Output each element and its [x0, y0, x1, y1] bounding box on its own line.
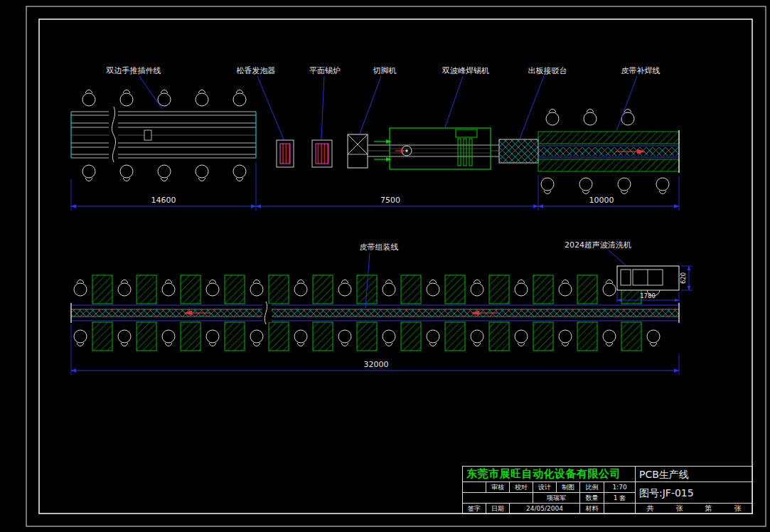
- workstation: [401, 322, 421, 351]
- operator-seat-icon: [294, 330, 307, 346]
- workstation: [489, 275, 509, 304]
- dim-insertion-length: 14600: [151, 196, 176, 205]
- label-flat-tin-furnace: 平面锡炉: [309, 66, 341, 75]
- sheet-count-row: 共 张 第 张: [635, 503, 753, 514]
- label-lead-cutter: 切脚机: [373, 66, 397, 75]
- drawing-canvas: 14600 7500 10000 双边手推插件线 松香发泡器 平面锡炉 切脚机 …: [0, 0, 770, 532]
- operator-seat-icon: [118, 280, 131, 297]
- belt-repair-line: [538, 110, 679, 194]
- operator-seat-icon: [82, 90, 95, 107]
- cell-material-label: 材料: [579, 503, 604, 514]
- sheet-total-label: 共: [647, 505, 654, 512]
- operator-seat-icon: [250, 280, 263, 297]
- workstation: [445, 275, 465, 304]
- label-outfeed-table: 出板接驳台: [528, 66, 567, 75]
- dim-total-length: 32000: [364, 360, 389, 369]
- drawing-number: 图号:JF-015: [635, 482, 753, 504]
- dim-cleaner-height: 620: [680, 272, 687, 284]
- workstation: [313, 322, 333, 351]
- workstation: [489, 322, 509, 351]
- company-name: 东莞市展旺自动化设备有限公司: [462, 466, 636, 482]
- workstation: [621, 322, 641, 351]
- operator-seat-icon: [427, 330, 439, 346]
- workstation: [181, 275, 200, 304]
- product-name: PCB生产线: [635, 466, 753, 482]
- operator-seat-icon: [233, 90, 246, 107]
- operator-seat-icon: [546, 110, 559, 126]
- label-rosin-foamer: 松香发泡器: [237, 66, 276, 75]
- operator-seat-icon: [118, 330, 131, 346]
- insertion-line-operators: [82, 90, 246, 181]
- label-dual-wave-solder: 双波峰焊锡机: [442, 66, 489, 75]
- cell-draft: 制图: [556, 482, 580, 493]
- cell-proofread: 校对: [509, 482, 533, 493]
- workstation: [533, 275, 553, 304]
- label-belt-repair-line: 皮带补焊线: [621, 66, 661, 75]
- workstation: [269, 275, 289, 304]
- sheet-total-unit: 张: [676, 505, 683, 512]
- operator-seat-icon: [294, 280, 307, 297]
- dim-cleaner-length: 1780: [640, 292, 656, 299]
- operator-seat-icon: [427, 280, 439, 297]
- cell-qty-value: 1 套: [604, 492, 636, 504]
- cell-scale-label: 比例: [579, 482, 604, 493]
- operator-seat-icon: [120, 90, 133, 107]
- workstation: [533, 322, 553, 351]
- dim-repair-length: 10000: [589, 196, 614, 205]
- cell-date-value: 24/05/2004: [509, 503, 580, 514]
- label-ultrasonic-cleaner: 2024超声波清洗机: [565, 240, 631, 250]
- operator-seat-icon: [559, 330, 572, 346]
- assembly-line: 32000: [71, 275, 679, 375]
- operator-seat-icon: [584, 110, 597, 126]
- operator-seat-icon: [206, 280, 219, 297]
- workstation: [181, 322, 200, 351]
- operator-seat-icon: [621, 110, 634, 126]
- operator-seat-icon: [338, 280, 351, 297]
- operator-seat-icon: [250, 330, 263, 346]
- workstation: [577, 322, 597, 351]
- workstation: [137, 322, 156, 351]
- operator-seat-icon: [603, 330, 616, 346]
- operator-seat-icon: [162, 330, 175, 346]
- workstation: [92, 275, 112, 304]
- cad-drawing-screen: { "sheet": { "bg_color": "#000000", "fra…: [0, 0, 770, 532]
- operator-seat-icon: [74, 330, 87, 346]
- operator-seat-icon: [471, 330, 483, 346]
- operator-seat-icon: [196, 90, 208, 107]
- workstation: [137, 275, 156, 304]
- workstation: [92, 322, 112, 351]
- cell-design: 设计: [533, 482, 557, 493]
- rosin-foamer: [277, 140, 294, 167]
- sheet-no-unit: 张: [734, 505, 742, 512]
- workstation: [225, 322, 245, 351]
- workstation: [577, 275, 597, 304]
- operator-seat-icon: [383, 330, 395, 346]
- cell-qty-label: 数量: [579, 492, 604, 504]
- dim-middle-length: 7500: [380, 196, 400, 205]
- label-belt-assembly-line: 皮带组装线: [360, 243, 399, 252]
- operator-seat-icon: [618, 178, 631, 194]
- operator-seat-icon: [541, 178, 554, 194]
- operator-seat-icon: [471, 280, 483, 297]
- workstation: [445, 322, 465, 351]
- insertion-line: [71, 90, 256, 181]
- operator-seat-icon: [196, 165, 208, 181]
- cell-date-label: 日期: [486, 503, 510, 514]
- sheet-no-label: 第: [705, 505, 712, 512]
- top-labels: 双边手推插件线 松香发泡器 平面锡炉 切脚机 双波峰焊锡机 出板接驳台 皮带补焊…: [106, 66, 661, 139]
- cell-scale-value: 1:70: [604, 482, 636, 493]
- operator-seat-icon: [162, 280, 175, 297]
- workstation: [357, 322, 377, 351]
- cell-blank: [462, 482, 486, 493]
- cell-review: 审核: [486, 482, 510, 493]
- operator-seat-icon: [233, 165, 246, 181]
- operator-seat-icon: [559, 280, 572, 297]
- operator-seat-icon: [515, 280, 528, 297]
- operator-seat-icon: [338, 330, 351, 346]
- cell-designer-name: 项瑞军: [533, 492, 580, 504]
- workstation: [225, 275, 245, 304]
- operator-seat-icon: [74, 280, 87, 297]
- cell-blank: [604, 503, 636, 514]
- label-insertion-line: 双边手推插件线: [106, 66, 161, 75]
- title-block: 东莞市展旺自动化设备有限公司 PCB生产线 审核 校对 设计 制图 比例 1:7…: [462, 466, 753, 514]
